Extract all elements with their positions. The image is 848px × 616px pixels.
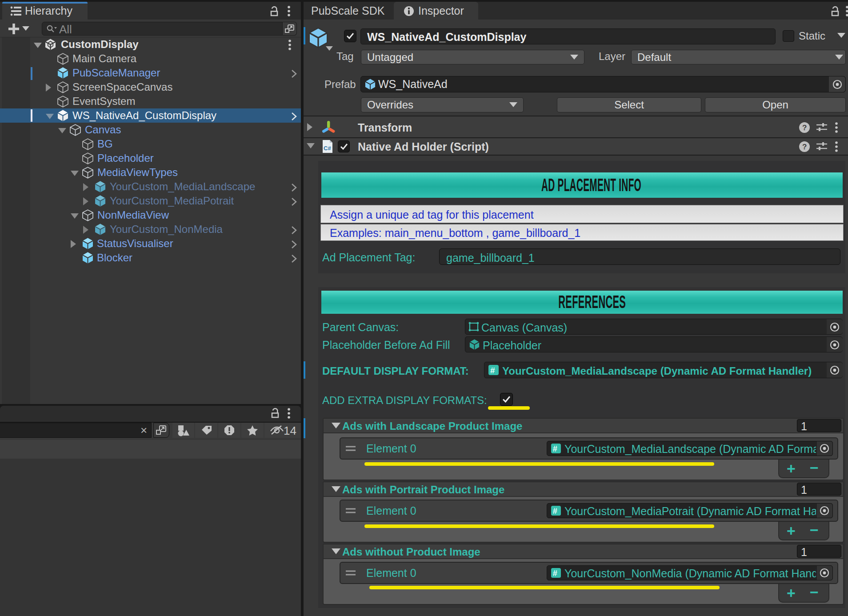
svg-text:#: #: [553, 506, 557, 516]
svg-text:?: ?: [802, 124, 807, 132]
svg-text:#: #: [490, 366, 495, 375]
svg-text:#: #: [553, 444, 557, 453]
svg-text:C#: C#: [324, 145, 331, 152]
svg-text:#: #: [553, 568, 557, 578]
svg-text:?: ?: [802, 143, 807, 151]
